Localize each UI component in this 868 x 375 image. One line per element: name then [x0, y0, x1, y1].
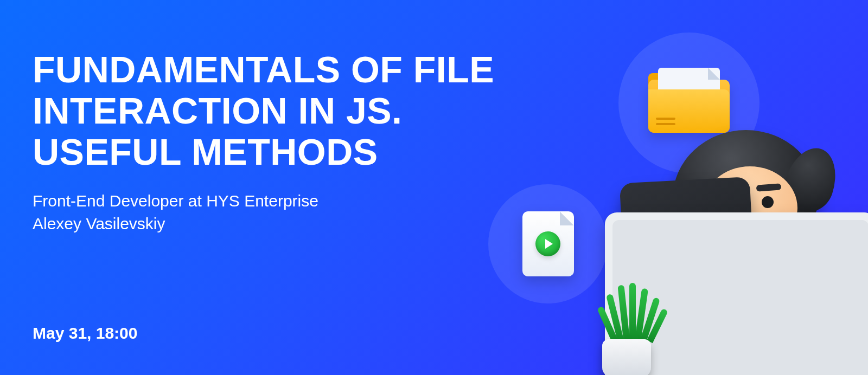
- play-file-icon: [522, 211, 574, 276]
- speaker-block: Front-End Developer at HYS Enterprise Al…: [33, 190, 521, 235]
- event-datetime: May 31, 18:00: [33, 324, 137, 342]
- file-bubble: [488, 184, 608, 303]
- title-line-1: FUNDAMENTALS OF FILE: [33, 49, 494, 90]
- monitor-back-icon: [620, 177, 758, 357]
- title-line-2: INTERACTION IN JS.: [33, 90, 403, 131]
- folder-icon: [648, 73, 730, 133]
- event-title: FUNDAMENTALS OF FILE INTERACTION IN JS. …: [33, 49, 521, 172]
- speaker-role: Front-End Developer at HYS Enterprise: [33, 190, 521, 212]
- title-line-3: USEFUL METHODS: [33, 131, 378, 172]
- speaker-name: Alexey Vasilevskiy: [33, 212, 521, 235]
- plant-icon: [602, 284, 662, 344]
- folder-bubble: [618, 33, 760, 173]
- text-block: FUNDAMENTALS OF FILE INTERACTION IN JS. …: [33, 49, 521, 235]
- event-banner: FUNDAMENTALS OF FILE INTERACTION IN JS. …: [0, 0, 868, 375]
- monitor-front-icon: [605, 212, 868, 375]
- play-icon: [535, 231, 560, 256]
